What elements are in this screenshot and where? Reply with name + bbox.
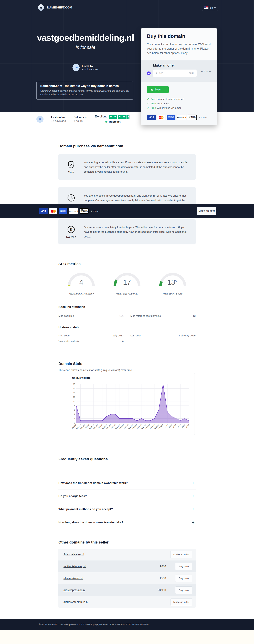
us-flag-icon (204, 6, 208, 9)
svg-text:0: 0 (74, 422, 75, 424)
euro-icon: € (67, 225, 76, 234)
offer-amount-input[interactable] (159, 72, 188, 75)
more-payments-label: + more (199, 116, 207, 119)
trustpilot-star-icon: ★ (105, 120, 108, 124)
domain-action-button[interactable]: Make an offer (170, 551, 192, 558)
footer: © 2025 - Nameshift.com - Steenplaetsstra… (0, 619, 254, 630)
visa-icon: VISA (39, 208, 48, 214)
first-seen-stat: First seenJuly 2013 (58, 334, 124, 337)
faq-item-duration[interactable]: How long does the domain name transfer t… (58, 516, 196, 529)
star-rating: ★ ★ ★ ★ ★ (109, 115, 130, 119)
trustpilot-logo[interactable]: ★ Trustpilot (105, 120, 121, 124)
discover-icon: DISCOVER (69, 208, 78, 214)
domain-link[interactable]: 3dvisualisaties.nl (63, 553, 84, 556)
domain-action-button[interactable]: Buy now (175, 586, 192, 594)
table-row: artistimpression.nl €3,950 Buy now (58, 584, 196, 596)
trust-bar: PP Last online 16 days ago Delivers in 6… (36, 114, 130, 124)
listed-by: PP Listed by Pronkwebsites (32, 64, 139, 71)
last-seen-stat: Last seenFebruary 2025 (130, 334, 196, 337)
svg-text:1/5/26: 1/5/26 (181, 424, 185, 428)
other-domains-table: 3dvisualisaties.nl Make an offer motivat… (58, 548, 196, 608)
table-row: afvalmakelaar.nl €500 Buy now (58, 572, 196, 584)
offer-radio[interactable] (147, 72, 151, 75)
sticky-offer-bar: VISA MasterCard AMERICAN EXPRESS DISCOVE… (0, 204, 254, 218)
for-sale-tagline: is for sale (32, 45, 139, 50)
info-box-text: Using our escrow service, there is no ri… (40, 89, 129, 96)
star-icon: ★ (113, 115, 117, 119)
sticky-make-offer-button[interactable]: Make an offer (197, 207, 216, 215)
faq-item-payments[interactable]: What payment methods do you accept? + (58, 503, 196, 516)
next-button[interactable]: Next → (147, 86, 169, 93)
domain-title: vastgoedbemiddeling.nl (32, 32, 139, 43)
visa-icon: VISA (147, 114, 156, 120)
plus-icon[interactable]: + (192, 494, 195, 499)
domain-link[interactable]: artistimpression.nl (63, 589, 85, 592)
domain-link[interactable]: alarmsysteemhuis.nl (63, 600, 88, 604)
faq-item-fees[interactable]: Do you charge fees? + (58, 490, 196, 503)
seller-avatar: PP (36, 116, 43, 123)
feature-no-fees: € No fees Our services are completely fr… (58, 219, 196, 244)
svg-text:1/2/26: 1/2/26 (168, 424, 172, 428)
purchase-section-title: Domain purchase via nameshift.com (58, 144, 123, 148)
domain-stats-subtitle: This chart shows basic visitor stats (un… (58, 369, 132, 372)
language-code: en (210, 6, 213, 9)
historical-title: Historical data (58, 326, 79, 329)
listed-by-label: Listed by (82, 64, 99, 68)
plus-icon[interactable]: + (192, 480, 195, 486)
unique-visitors-chart: 02468101214161812/11/2512/12/2512/13/251… (70, 381, 192, 434)
domain-action-button[interactable]: Buy now (175, 563, 192, 570)
last-online-stat: Last online 16 days ago (51, 116, 66, 122)
check-icon: ✓ (147, 98, 149, 100)
hero-content: vastgoedbemiddeling.nl is for sale PP Li… (32, 0, 139, 71)
svg-text:18: 18 (73, 383, 75, 385)
trustpilot-rating: Excellent ★ ★ ★ ★ ★ ★ Trustpilot (95, 115, 130, 124)
domain-link[interactable]: motivatietraining.nl (63, 565, 86, 568)
half-star-icon: ★ (127, 115, 130, 119)
star-icon: ★ (109, 115, 113, 119)
benefits-list: ✓Free domain transfer service ✓Free assi… (147, 97, 211, 110)
seller-avatar: PP (72, 64, 80, 71)
seller-name: Pronkwebsites (82, 68, 99, 71)
faq-item-transfer[interactable]: How does the transfer of domain ownershi… (58, 477, 196, 490)
seo-section-title: SEO metrics (58, 262, 81, 266)
benefit-item: ✓Free domain transfer service (147, 97, 211, 101)
make-offer-heading: Make an offer (153, 64, 211, 68)
bottom-strip (0, 630, 254, 644)
star-icon: ★ (122, 115, 126, 119)
discover-icon: DISCOVER (177, 114, 186, 120)
domain-link[interactable]: afvalmakelaar.nl (63, 577, 83, 580)
svg-text:8: 8 (74, 405, 75, 406)
gauge-page-authority: 17 Moz Page Authority (104, 271, 150, 295)
svg-text:10: 10 (73, 400, 75, 402)
plus-icon[interactable]: + (192, 506, 195, 512)
benefit-item: ✓Free VAT-invoice via email (147, 106, 211, 110)
excellent-link[interactable]: Excellent (95, 115, 107, 118)
lock-icon (151, 88, 154, 91)
plus-icon[interactable]: + (192, 520, 195, 525)
next-button-label: Next → (155, 88, 165, 91)
delivers-in-stat: Delivers in 6 hours (74, 116, 87, 122)
svg-text:1/6/26: 1/6/26 (185, 424, 190, 428)
currency-code: EUR (188, 72, 194, 75)
buy-card-description: You can make an offer to buy this domain… (147, 42, 211, 55)
domain-action-button[interactable]: Buy now (175, 574, 192, 582)
clock-icon (67, 194, 76, 202)
gauge-spam-score: 13% Moz Spam Score (150, 271, 196, 295)
svg-text:12: 12 (73, 396, 75, 398)
check-icon: ✓ (147, 106, 149, 109)
backlinks-title: Backlink statistics (58, 305, 85, 309)
benefit-item: ✓Free assistance (147, 101, 211, 106)
table-row: alarmsysteemhuis.nl Make an offer (58, 596, 196, 608)
gauge-domain-authority: 4 Moz Domain Authority (58, 271, 104, 295)
offer-amount-box: € EUR (153, 70, 197, 77)
seo-gauges: 4 Moz Domain Authority 17 Moz Page Autho… (58, 271, 196, 295)
svg-text:14: 14 (73, 392, 75, 394)
amex-icon: AMERICAN EXPRESS (167, 114, 175, 120)
bank-transfer-icon: BANK TRANSFER (80, 208, 89, 214)
star-icon: ★ (118, 115, 122, 119)
buy-card-title: Buy this domain (147, 34, 211, 39)
language-selector[interactable]: en (202, 4, 218, 11)
svg-text:2: 2 (74, 418, 75, 420)
domain-action-button[interactable]: Make an offer (170, 598, 192, 606)
moz-backlinks-stat: Moz backlinks101 (58, 314, 124, 317)
